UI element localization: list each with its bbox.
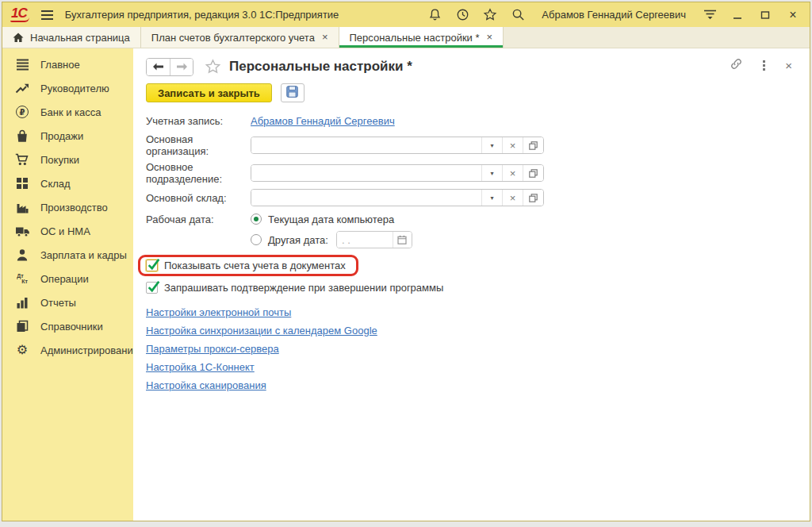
bar-chart-icon — [14, 295, 30, 310]
minimize-button[interactable] — [730, 8, 745, 22]
sidebar-item-os-i-nma[interactable]: ОС и НМА — [2, 219, 133, 243]
notifications-bell-icon[interactable] — [427, 8, 442, 22]
link-email-settings[interactable]: Настройки электронной почты — [146, 306, 291, 318]
highlight-annotation: Показывать счета учета в документах — [138, 255, 358, 276]
person-icon — [14, 248, 30, 263]
main-warehouse-label: Основной склад: — [146, 192, 251, 204]
close-form-button[interactable]: × — [785, 60, 792, 71]
link-google-calendar-sync[interactable]: Настройка синхронизации с календарем Goo… — [146, 325, 377, 337]
other-date-input[interactable] — [337, 232, 393, 248]
link-1c-connect-settings[interactable]: Настройка 1С-Коннект — [146, 361, 255, 373]
checkbox-show-accounts[interactable] — [146, 260, 158, 271]
link-email-settings-row: Настройки электронной почты — [146, 303, 797, 321]
title-bar: 1С Бухгалтерия предприятия, редакция 3.0… — [2, 2, 810, 27]
shopping-cart-icon — [14, 152, 30, 167]
main-organization-label: Основная организация: — [146, 133, 251, 157]
tab-label: Начальная страница — [30, 32, 130, 44]
back-button[interactable] — [147, 59, 170, 75]
favorites-star-icon[interactable] — [483, 8, 497, 22]
link-google-calendar-row: Настройка синхронизации с календарем Goo… — [146, 321, 797, 340]
pallet-blocks-icon — [14, 176, 30, 191]
clear-button[interactable]: × — [502, 165, 523, 181]
add-to-favorites-star-icon[interactable] — [205, 59, 221, 75]
app-window: 1С Бухгалтерия предприятия, редакция 3.0… — [2, 2, 810, 521]
current-user[interactable]: Абрамов Геннадий Сергеевич — [542, 9, 686, 21]
radio-current-date[interactable] — [251, 213, 262, 225]
floppy-disk-icon — [286, 86, 298, 100]
sidebar-item-otchety[interactable]: Отчеты — [2, 290, 133, 314]
calendar-button[interactable] — [393, 232, 412, 248]
link-proxy-row: Параметры прокси-сервера — [146, 340, 797, 358]
tab-home[interactable]: Начальная страница — [2, 27, 141, 48]
save-button[interactable] — [281, 83, 304, 102]
save-and-close-button[interactable]: Записать и закрыть — [146, 83, 272, 102]
section-panel: Главное Руководителю ₽ Банк и касса Прод… — [2, 48, 133, 521]
sidebar-item-glavnoe[interactable]: Главное — [2, 52, 133, 76]
open-button[interactable] — [523, 137, 543, 153]
maximize-button[interactable] — [758, 8, 772, 22]
checkbox-confirm-on-exit[interactable] — [146, 282, 158, 294]
link-scanning-settings[interactable]: Настройка сканирования — [146, 379, 266, 391]
link-scanning-row: Настройка сканирования — [146, 376, 797, 394]
clear-button[interactable]: × — [502, 190, 523, 206]
app-title: Бухгалтерия предприятия, редакция 3.0 1С… — [65, 9, 339, 21]
tab-chart-of-accounts[interactable]: План счетов бухгалтерского учета × — [141, 27, 339, 48]
sidebar-item-prodazhi[interactable]: Продажи — [2, 124, 133, 148]
dropdown-button[interactable]: ▾ — [481, 165, 502, 181]
open-button[interactable] — [523, 165, 543, 181]
search-icon[interactable] — [511, 8, 525, 22]
history-icon[interactable] — [455, 8, 469, 22]
more-menu-icon[interactable] — [763, 60, 765, 71]
main-department-field-group: ▾ × — [251, 164, 544, 182]
tab-bar: Начальная страница План счетов бухгалтер… — [2, 27, 810, 48]
tab-label: План счетов бухгалтерского учета — [151, 32, 315, 44]
gear-icon: ⚙ — [14, 343, 30, 358]
work-date-label: Рабочая дата: — [146, 213, 251, 225]
sidebar-item-administrirovanie[interactable]: ⚙ Администрирование — [2, 338, 133, 362]
account-label: Учетная запись: — [146, 115, 251, 127]
link-proxy-settings[interactable]: Параметры прокси-сервера — [146, 343, 279, 355]
sidebar-item-operacii[interactable]: ДтКт Операции — [2, 267, 133, 290]
form-personal-settings: × Персональные настройки * Записать и — [133, 48, 810, 521]
main-department-label: Основное подразделение: — [146, 161, 251, 185]
main-organization-field-group: ▾ × — [251, 137, 544, 154]
open-button[interactable] — [523, 190, 543, 206]
main-warehouse-input[interactable] — [251, 190, 481, 206]
account-value-link[interactable]: Абрамов Геннадий Сергеевич — [251, 115, 395, 127]
close-window-button[interactable]: × — [786, 8, 800, 22]
trend-arrow-icon — [14, 81, 30, 96]
tab-label: Персональные настройки * — [350, 32, 480, 44]
truck-icon — [14, 224, 30, 239]
dropdown-button[interactable]: ▾ — [481, 190, 502, 206]
radio-other-date[interactable] — [251, 234, 262, 245]
factory-icon — [14, 200, 30, 215]
link-1c-connect-row: Настройка 1С-Коннект — [146, 358, 797, 376]
sidebar-item-pokupki[interactable]: Покупки — [2, 148, 133, 171]
main-organization-input[interactable] — [251, 137, 481, 153]
page-title: Персональные настройки * — [229, 59, 412, 75]
home-icon — [13, 33, 24, 43]
ruble-circle-icon: ₽ — [14, 105, 30, 120]
tab-personal-settings[interactable]: Персональные настройки * × — [339, 27, 504, 48]
sidebar-item-zarplata-i-kadry[interactable]: Зарплата и кадры — [2, 243, 133, 267]
main-department-input[interactable] — [251, 165, 481, 181]
tab-close-icon[interactable]: × — [322, 33, 328, 42]
sidebar-item-proizvodstvo[interactable]: Производство — [2, 195, 133, 219]
dropdown-button[interactable]: ▾ — [481, 137, 502, 153]
clear-button[interactable]: × — [502, 137, 523, 153]
sidebar-item-spravochniki[interactable]: Справочники — [2, 314, 133, 338]
service-menu-icon[interactable] — [703, 8, 717, 22]
other-date-field-group — [336, 231, 412, 248]
list-icon — [14, 57, 30, 72]
sidebar-item-sklad[interactable]: Склад — [2, 171, 133, 195]
main-warehouse-field-group: ▾ × — [251, 189, 544, 206]
sidebar-item-bank-i-kassa[interactable]: ₽ Банк и касса — [2, 100, 133, 124]
sidebar-item-rukovoditelyu[interactable]: Руководителю — [2, 76, 133, 100]
main-menu-icon[interactable] — [40, 10, 54, 21]
tab-close-icon[interactable]: × — [487, 33, 493, 42]
forward-button[interactable] — [170, 59, 193, 75]
1c-logo: 1С — [10, 7, 29, 22]
shopping-bag-icon — [14, 129, 30, 144]
get-link-icon[interactable] — [730, 58, 743, 72]
reference-book-icon — [14, 319, 30, 334]
